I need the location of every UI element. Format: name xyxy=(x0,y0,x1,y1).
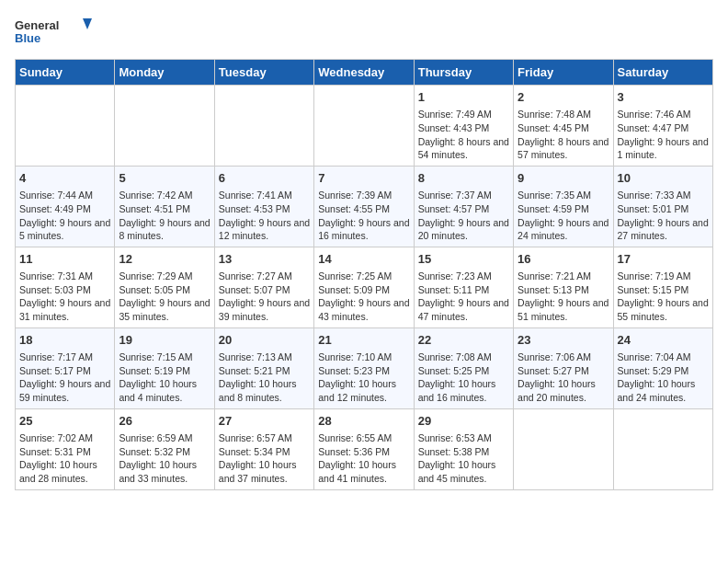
day-number: 12 xyxy=(119,251,210,268)
day-number: 15 xyxy=(418,251,509,268)
header-cell-saturday: Saturday xyxy=(613,60,712,86)
day-number: 28 xyxy=(318,413,409,430)
day-number: 8 xyxy=(418,170,509,187)
day-info: Sunrise: 6:57 AMSunset: 5:34 PMDaylight:… xyxy=(219,432,297,484)
day-info: Sunrise: 7:02 AMSunset: 5:31 PMDaylight:… xyxy=(19,432,97,484)
calendar-cell: 5Sunrise: 7:42 AMSunset: 4:51 PMDaylight… xyxy=(115,166,214,247)
logo: General Blue xyxy=(15,15,97,48)
day-number: 13 xyxy=(219,251,310,268)
calendar-cell: 14Sunrise: 7:25 AMSunset: 5:09 PMDayligh… xyxy=(314,247,414,327)
calendar-cell: 29Sunrise: 6:53 AMSunset: 5:38 PMDayligh… xyxy=(414,408,513,489)
day-info: Sunrise: 7:21 AMSunset: 5:13 PMDaylight:… xyxy=(518,270,609,322)
day-info: Sunrise: 7:37 AMSunset: 4:57 PMDaylight:… xyxy=(418,190,509,241)
calendar-cell: 6Sunrise: 7:41 AMSunset: 4:53 PMDaylight… xyxy=(214,166,313,247)
day-info: Sunrise: 7:06 AMSunset: 5:27 PMDaylight:… xyxy=(518,351,596,403)
day-number: 4 xyxy=(19,170,110,187)
day-number: 19 xyxy=(119,332,210,349)
day-info: Sunrise: 7:17 AMSunset: 5:17 PMDaylight:… xyxy=(19,351,110,403)
day-info: Sunrise: 7:08 AMSunset: 5:25 PMDaylight:… xyxy=(418,351,496,403)
calendar-cell xyxy=(16,86,115,167)
day-info: Sunrise: 7:19 AMSunset: 5:15 PMDaylight:… xyxy=(618,270,709,322)
calendar-cell: 23Sunrise: 7:06 AMSunset: 5:27 PMDayligh… xyxy=(514,327,613,408)
calendar-cell: 8Sunrise: 7:37 AMSunset: 4:57 PMDaylight… xyxy=(414,166,513,247)
calendar-cell xyxy=(214,86,313,167)
header-cell-monday: Monday xyxy=(115,60,214,86)
day-number: 21 xyxy=(318,332,409,349)
day-info: Sunrise: 7:35 AMSunset: 4:59 PMDaylight:… xyxy=(518,190,609,241)
day-number: 10 xyxy=(618,170,709,187)
day-number: 7 xyxy=(318,170,409,187)
calendar-cell: 26Sunrise: 6:59 AMSunset: 5:32 PMDayligh… xyxy=(115,408,214,489)
week-row-4: 18Sunrise: 7:17 AMSunset: 5:17 PMDayligh… xyxy=(16,327,713,408)
calendar-cell: 16Sunrise: 7:21 AMSunset: 5:13 PMDayligh… xyxy=(514,247,613,327)
day-number: 29 xyxy=(418,413,509,430)
day-info: Sunrise: 6:53 AMSunset: 5:38 PMDaylight:… xyxy=(418,432,496,484)
week-row-5: 25Sunrise: 7:02 AMSunset: 5:31 PMDayligh… xyxy=(16,408,713,489)
header-cell-thursday: Thursday xyxy=(414,60,513,86)
day-number: 18 xyxy=(19,332,110,349)
calendar-cell: 28Sunrise: 6:55 AMSunset: 5:36 PMDayligh… xyxy=(314,408,414,489)
day-info: Sunrise: 7:29 AMSunset: 5:05 PMDaylight:… xyxy=(119,270,210,322)
day-info: Sunrise: 7:10 AMSunset: 5:23 PMDaylight:… xyxy=(318,351,396,403)
day-number: 22 xyxy=(418,332,509,349)
calendar-cell: 2Sunrise: 7:48 AMSunset: 4:45 PMDaylight… xyxy=(514,86,613,167)
day-number: 27 xyxy=(219,413,310,430)
header-cell-friday: Friday xyxy=(514,60,613,86)
day-number: 16 xyxy=(518,251,609,268)
calendar-cell xyxy=(115,86,214,167)
day-number: 5 xyxy=(119,170,210,187)
calendar-cell: 17Sunrise: 7:19 AMSunset: 5:15 PMDayligh… xyxy=(613,247,712,327)
day-number: 20 xyxy=(219,332,310,349)
calendar-cell: 3Sunrise: 7:46 AMSunset: 4:47 PMDaylight… xyxy=(613,86,712,167)
calendar-cell: 21Sunrise: 7:10 AMSunset: 5:23 PMDayligh… xyxy=(314,327,414,408)
calendar-cell xyxy=(314,86,414,167)
day-number: 3 xyxy=(618,89,709,106)
header-cell-wednesday: Wednesday xyxy=(314,60,414,86)
day-info: Sunrise: 7:33 AMSunset: 5:01 PMDaylight:… xyxy=(618,190,709,241)
calendar-cell: 27Sunrise: 6:57 AMSunset: 5:34 PMDayligh… xyxy=(214,408,313,489)
header: General Blue xyxy=(15,15,713,48)
day-info: Sunrise: 7:48 AMSunset: 4:45 PMDaylight:… xyxy=(518,109,609,160)
day-number: 23 xyxy=(518,332,609,349)
day-info: Sunrise: 7:15 AMSunset: 5:19 PMDaylight:… xyxy=(119,351,197,403)
calendar-cell: 19Sunrise: 7:15 AMSunset: 5:19 PMDayligh… xyxy=(115,327,214,408)
day-number: 26 xyxy=(119,413,210,430)
calendar-cell: 12Sunrise: 7:29 AMSunset: 5:05 PMDayligh… xyxy=(115,247,214,327)
day-number: 9 xyxy=(518,170,609,187)
day-info: Sunrise: 7:46 AMSunset: 4:47 PMDaylight:… xyxy=(618,109,709,160)
calendar-cell xyxy=(613,408,712,489)
day-number: 6 xyxy=(219,170,310,187)
day-info: Sunrise: 7:41 AMSunset: 4:53 PMDaylight:… xyxy=(219,190,310,241)
week-row-2: 4Sunrise: 7:44 AMSunset: 4:49 PMDaylight… xyxy=(16,166,713,247)
week-row-1: 1Sunrise: 7:49 AMSunset: 4:43 PMDaylight… xyxy=(16,86,713,167)
calendar-cell: 15Sunrise: 7:23 AMSunset: 5:11 PMDayligh… xyxy=(414,247,513,327)
calendar-cell: 4Sunrise: 7:44 AMSunset: 4:49 PMDaylight… xyxy=(16,166,115,247)
day-number: 2 xyxy=(518,89,609,106)
header-row: SundayMondayTuesdayWednesdayThursdayFrid… xyxy=(16,60,713,86)
day-info: Sunrise: 7:04 AMSunset: 5:29 PMDaylight:… xyxy=(618,351,696,403)
day-number: 25 xyxy=(19,413,110,430)
calendar-cell xyxy=(514,408,613,489)
calendar-cell: 10Sunrise: 7:33 AMSunset: 5:01 PMDayligh… xyxy=(613,166,712,247)
day-number: 24 xyxy=(618,332,709,349)
day-info: Sunrise: 7:25 AMSunset: 5:09 PMDaylight:… xyxy=(318,270,409,322)
calendar-cell: 9Sunrise: 7:35 AMSunset: 4:59 PMDaylight… xyxy=(514,166,613,247)
day-info: Sunrise: 7:42 AMSunset: 4:51 PMDaylight:… xyxy=(119,190,210,241)
day-number: 14 xyxy=(318,251,409,268)
calendar-cell: 22Sunrise: 7:08 AMSunset: 5:25 PMDayligh… xyxy=(414,327,513,408)
day-info: Sunrise: 7:44 AMSunset: 4:49 PMDaylight:… xyxy=(19,190,110,241)
day-number: 11 xyxy=(19,251,110,268)
day-info: Sunrise: 7:23 AMSunset: 5:11 PMDaylight:… xyxy=(418,270,509,322)
day-info: Sunrise: 7:31 AMSunset: 5:03 PMDaylight:… xyxy=(19,270,110,322)
svg-marker-2 xyxy=(83,18,92,29)
day-info: Sunrise: 7:49 AMSunset: 4:43 PMDaylight:… xyxy=(418,109,509,160)
day-info: Sunrise: 7:13 AMSunset: 5:21 PMDaylight:… xyxy=(219,351,297,403)
day-info: Sunrise: 6:55 AMSunset: 5:36 PMDaylight:… xyxy=(318,432,396,484)
logo-svg: General Blue xyxy=(15,15,97,48)
calendar-cell: 25Sunrise: 7:02 AMSunset: 5:31 PMDayligh… xyxy=(16,408,115,489)
calendar-table: SundayMondayTuesdayWednesdayThursdayFrid… xyxy=(15,59,713,490)
header-cell-tuesday: Tuesday xyxy=(214,60,313,86)
calendar-cell: 11Sunrise: 7:31 AMSunset: 5:03 PMDayligh… xyxy=(16,247,115,327)
week-row-3: 11Sunrise: 7:31 AMSunset: 5:03 PMDayligh… xyxy=(16,247,713,327)
day-info: Sunrise: 7:39 AMSunset: 4:55 PMDaylight:… xyxy=(318,190,409,241)
